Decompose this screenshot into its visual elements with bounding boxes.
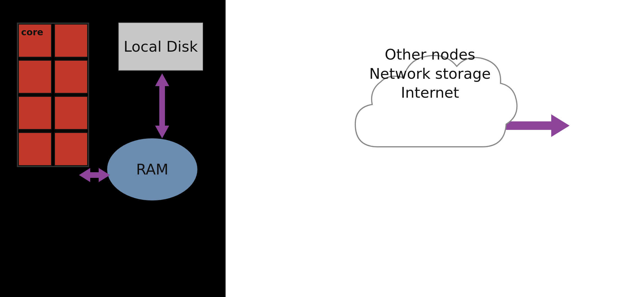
- core-cell-7: [18, 132, 52, 166]
- core-cell-4: [54, 60, 88, 94]
- ram-label: RAM: [136, 161, 168, 178]
- cloud-line-1: Other nodes: [352, 45, 508, 64]
- cloud-line-2: Network storage: [352, 64, 508, 84]
- right-panel: Other nodes Network storage Internet: [226, 0, 644, 297]
- svg-marker-8: [551, 114, 570, 137]
- svg-marker-5: [99, 168, 110, 182]
- core-label: core: [21, 27, 43, 38]
- local-disk-label: Local Disk: [124, 38, 198, 55]
- svg-marker-2: [155, 126, 169, 138]
- cores-ram-arrow: [79, 167, 110, 184]
- core-cell-2: [54, 24, 88, 58]
- svg-marker-1: [155, 73, 169, 86]
- cpu-cores-grid: core: [17, 23, 89, 167]
- core-cell-1: core: [18, 24, 52, 58]
- cloud-line-3: Internet: [352, 83, 508, 102]
- svg-marker-4: [79, 168, 90, 182]
- core-cell-6: [54, 96, 88, 130]
- cloud-text: Other nodes Network storage Internet: [352, 45, 508, 102]
- core-cell-3: [18, 60, 52, 94]
- ram-ellipse: RAM: [107, 138, 197, 200]
- local-disk-box: Local Disk: [118, 23, 203, 71]
- disk-ram-arrow: [154, 73, 171, 138]
- core-cell-8: [54, 132, 88, 166]
- svg-rect-0: [159, 82, 165, 130]
- left-panel: core Local Disk RAM: [0, 0, 226, 297]
- core-cell-5: [18, 96, 52, 130]
- main-container: core Local Disk RAM: [0, 0, 644, 297]
